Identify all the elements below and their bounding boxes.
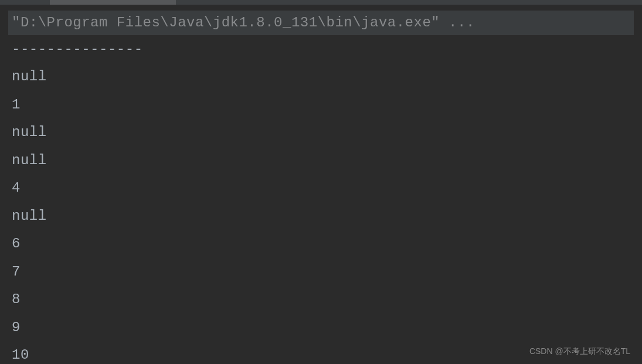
output-line: 4 — [12, 174, 630, 202]
command-line: "D:\Program Files\Java\jdk1.8.0_131\bin\… — [8, 11, 634, 35]
tab-bar — [0, 0, 642, 5]
output-line: 1 — [12, 91, 630, 119]
output-line: 8 — [12, 285, 630, 314]
output-line: 6 — [12, 230, 630, 258]
console-output[interactable]: "D:\Program Files\Java\jdk1.8.0_131\bin\… — [0, 5, 642, 364]
active-tab-indicator — [50, 0, 176, 5]
output-line: 9 — [12, 314, 630, 342]
output-line: null — [12, 63, 630, 91]
output-line: null — [12, 118, 630, 147]
output-line: null — [12, 202, 630, 230]
output-line: --------------- — [12, 35, 630, 63]
watermark: CSDN @不考上研不改名TL — [529, 346, 630, 357]
output-line: 7 — [12, 258, 630, 286]
output-line: null — [12, 147, 630, 175]
